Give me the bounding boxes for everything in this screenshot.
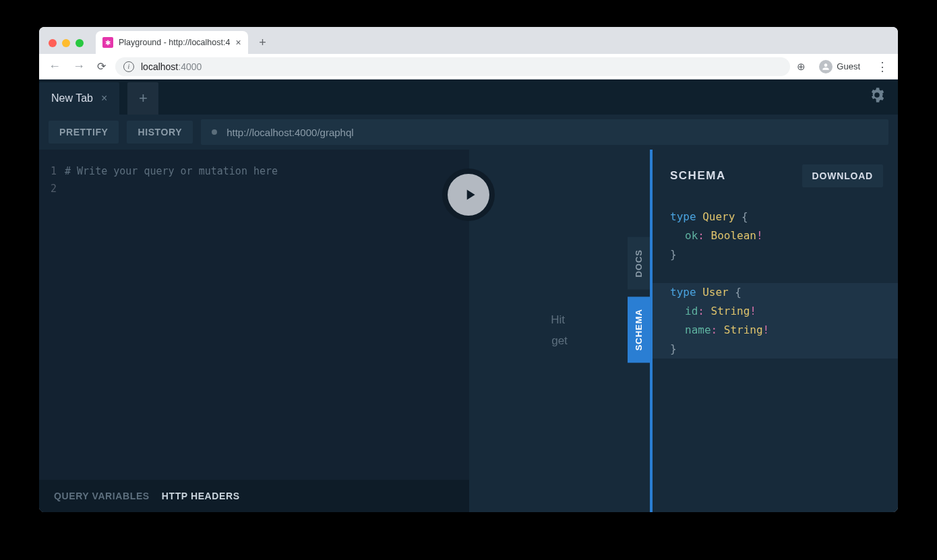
browser-tab-title: Playground - http://localhost:4	[119, 38, 230, 47]
execute-query-button[interactable]	[442, 168, 495, 221]
prettify-button[interactable]: PRETTIFY	[49, 121, 119, 144]
query-variables-tab[interactable]: QUERY VARIABLES	[54, 491, 150, 501]
playground-main: 1 2 # Write your query or mutation here …	[39, 150, 898, 512]
schema-type-block[interactable]: type User {id: String!name: String!}	[653, 283, 898, 359]
result-pane: Hit get DOCS SCHEMA	[469, 150, 650, 512]
minimize-window-button[interactable]	[62, 39, 70, 47]
browser-menu-icon[interactable]: ⋮	[874, 59, 891, 74]
query-editor[interactable]: 1 2 # Write your query or mutation here	[39, 150, 469, 480]
schema-type-block[interactable]: type Query {ok: Boolean!}	[670, 208, 898, 264]
docs-tab[interactable]: DOCS	[628, 237, 650, 290]
graphql-playground: New Tab × + PRETTIFY HISTORY http://loca…	[39, 80, 898, 512]
play-icon	[448, 174, 489, 216]
browser-tab[interactable]: Playground - http://localhost:4 ×	[96, 31, 248, 54]
editor-content: # Write your query or mutation here	[65, 163, 278, 480]
side-tabs: DOCS SCHEMA	[628, 237, 650, 363]
endpoint-status-dot	[212, 129, 217, 135]
playground-tab[interactable]: New Tab ×	[39, 82, 119, 115]
url-text: localhost:4000	[141, 61, 202, 72]
settings-button[interactable]	[868, 86, 886, 106]
history-button[interactable]: HISTORY	[127, 121, 193, 144]
profile-button[interactable]: Guest	[812, 57, 867, 76]
maximize-window-button[interactable]	[75, 39, 84, 47]
browser-toolbar: ← → ⟳ i localhost:4000 ⊕ Guest ⋮	[39, 54, 898, 80]
http-headers-tab[interactable]: HTTP HEADERS	[162, 491, 240, 501]
add-playground-tab-button[interactable]: +	[127, 82, 158, 115]
window-controls	[46, 39, 90, 54]
schema-tab[interactable]: SCHEMA	[628, 297, 650, 363]
new-browser-tab-button[interactable]: +	[253, 33, 272, 52]
close-window-button[interactable]	[49, 39, 57, 47]
browser-window: Playground - http://localhost:4 × + ← → …	[39, 27, 898, 512]
editor-bottom-tabs: QUERY VARIABLES HTTP HEADERS	[39, 480, 469, 512]
playground-tabs: New Tab × +	[39, 80, 898, 115]
endpoint-url: http://localhost:4000/graphql	[226, 127, 353, 138]
endpoint-field[interactable]: http://localhost:4000/graphql	[201, 119, 888, 145]
playground-tab-label: New Tab	[51, 92, 93, 104]
zoom-icon[interactable]: ⊕	[797, 61, 806, 73]
back-button[interactable]: ←	[46, 59, 63, 73]
line-gutter: 1 2	[39, 163, 65, 480]
schema-panel: SCHEMA DOWNLOAD type Query {ok: Boolean!…	[650, 150, 898, 512]
forward-button[interactable]: →	[70, 59, 88, 73]
site-info-icon[interactable]: i	[123, 61, 134, 72]
schema-title: SCHEMA	[670, 169, 726, 183]
close-playground-tab-icon[interactable]: ×	[101, 92, 107, 104]
result-placeholder: Hit get	[551, 310, 568, 351]
gear-icon	[868, 86, 886, 104]
graphql-favicon	[102, 37, 113, 48]
profile-label: Guest	[837, 61, 860, 71]
reload-button[interactable]: ⟳	[94, 60, 109, 73]
schema-body[interactable]: type Query {ok: Boolean!}type User {id: …	[653, 193, 898, 377]
schema-header: SCHEMA DOWNLOAD	[653, 150, 898, 193]
avatar-icon	[819, 60, 833, 73]
browser-tab-bar: Playground - http://localhost:4 × +	[39, 27, 898, 54]
close-tab-icon[interactable]: ×	[235, 37, 241, 48]
address-field[interactable]: i localhost:4000	[115, 57, 790, 76]
query-editor-pane: 1 2 # Write your query or mutation here …	[39, 150, 469, 512]
playground-toolbar: PRETTIFY HISTORY http://localhost:4000/g…	[39, 115, 898, 150]
download-button[interactable]: DOWNLOAD	[802, 164, 883, 187]
